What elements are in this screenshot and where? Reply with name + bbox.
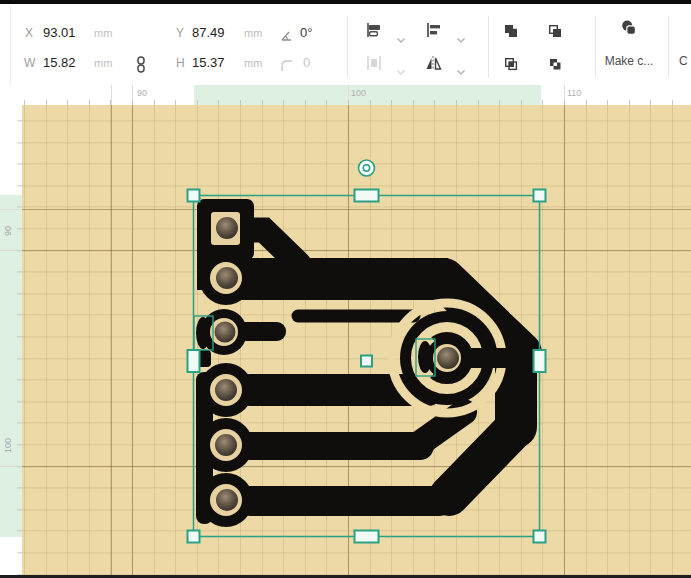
rotation-handle[interactable]	[359, 160, 375, 176]
ruler-label: 100	[351, 88, 366, 98]
y-field-unit: mm	[244, 27, 262, 39]
align-left-icon[interactable]	[424, 20, 444, 40]
subtract-icon[interactable]	[545, 21, 565, 41]
ruler-label: 100	[3, 438, 13, 453]
selection-handle-bottom-left[interactable]	[188, 531, 200, 543]
transform-toolbar: X 93.01 mm Y 87.49 mm 0° W 15.82 mm H 15…	[0, 4, 691, 86]
rotation-angle-icon	[276, 25, 296, 45]
ruler-horizontal: 90 100 110	[22, 85, 691, 105]
selection-handle-left-mid[interactable]	[188, 350, 200, 372]
chevron-down-icon	[396, 62, 406, 70]
toolbar-divider	[595, 16, 596, 78]
selection-handle-bottom-right[interactable]	[534, 531, 546, 543]
selection-handle-right-mid[interactable]	[534, 350, 546, 372]
h-field-label: H	[176, 56, 185, 70]
clipped-toolbar-button[interactable]: C	[679, 54, 688, 68]
toolbar-divider	[668, 16, 669, 78]
ruler-label: 90	[3, 226, 13, 236]
y-field-value[interactable]: 87.49	[192, 25, 225, 40]
corner-radius-icon	[276, 55, 296, 75]
x-field-value[interactable]: 93.01	[43, 25, 76, 40]
w-field-value[interactable]: 15.82	[43, 55, 76, 70]
h-field-value[interactable]: 15.37	[192, 55, 225, 70]
toolbar-divider	[488, 16, 489, 78]
w-field-label: W	[24, 56, 35, 70]
chevron-down-icon[interactable]	[456, 30, 466, 38]
intersect-icon[interactable]	[501, 54, 521, 74]
selection-handle-top-left[interactable]	[188, 190, 200, 202]
slot-cutout-left[interactable]	[196, 317, 210, 349]
selection-center-handle[interactable]	[361, 356, 372, 367]
exclude-icon[interactable]	[545, 54, 565, 74]
ruler-label: 110	[567, 88, 581, 98]
make-copy-label: Make c...	[598, 54, 660, 68]
align-objects-icon[interactable]	[364, 20, 384, 40]
x-field-label: X	[25, 26, 33, 40]
make-copy-button[interactable]: Make c...	[598, 16, 660, 76]
chevron-down-icon[interactable]	[456, 62, 466, 70]
panel-edge-divider	[10, 6, 11, 85]
corner-radius-value[interactable]: 0	[303, 55, 310, 70]
w-field-unit: mm	[94, 57, 112, 69]
union-icon[interactable]	[501, 21, 521, 41]
toolbar-divider	[347, 16, 348, 78]
lock-aspect-ratio-icon[interactable]	[131, 54, 151, 74]
chevron-down-icon[interactable]	[396, 30, 406, 38]
ruler-label: 90	[137, 88, 147, 98]
ruler-corner	[0, 85, 22, 105]
selection-handle-top-right[interactable]	[534, 190, 546, 202]
x-field-unit: mm	[94, 27, 112, 39]
flip-horizontal-icon[interactable]	[424, 53, 444, 73]
distribute-icon	[364, 53, 384, 73]
canvas-overlay	[22, 105, 691, 578]
selection-handle-top-mid[interactable]	[355, 190, 379, 202]
rotation-angle-value[interactable]: 0°	[300, 25, 312, 40]
y-field-label: Y	[176, 26, 184, 40]
selection-handle-bottom-mid[interactable]	[355, 531, 379, 543]
ruler-vertical: 90 100	[0, 105, 22, 578]
h-field-unit: mm	[244, 57, 262, 69]
slot-cutout-center[interactable]	[418, 341, 432, 373]
make-copy-icon	[619, 18, 639, 38]
